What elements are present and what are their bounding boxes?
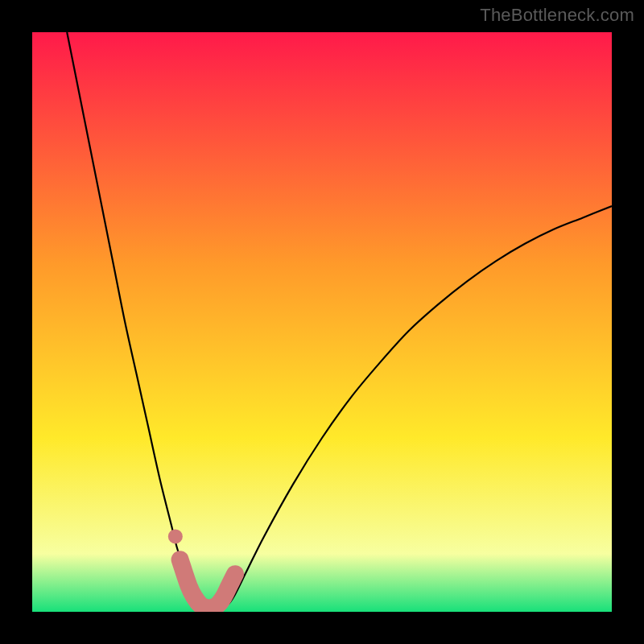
- highlight-dot: [168, 529, 183, 543]
- watermark-text: TheBottleneck.com: [480, 5, 634, 26]
- gradient-background: [32, 32, 612, 612]
- chart-svg: [32, 32, 612, 612]
- chart-frame: TheBottleneck.com: [0, 0, 644, 644]
- plot-area: [32, 32, 612, 612]
